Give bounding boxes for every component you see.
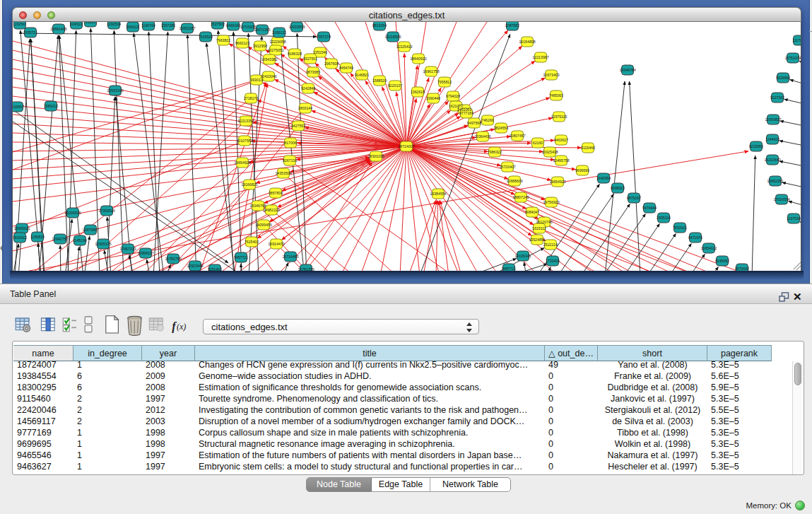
svg-text:85223: 85223 <box>86 22 96 24</box>
svg-text:19756923: 19756923 <box>543 200 559 204</box>
svg-text:12505135: 12505135 <box>95 242 111 246</box>
svg-text:19654923: 19654923 <box>549 180 565 184</box>
svg-text:13524851: 13524851 <box>529 238 545 242</box>
svg-text:9457721: 9457721 <box>234 255 248 259</box>
svg-text:10958107: 10958107 <box>137 251 153 255</box>
svg-text:12213967: 12213967 <box>532 55 548 59</box>
svg-text:14353594: 14353594 <box>275 171 291 175</box>
svg-text:14136141: 14136141 <box>514 254 531 258</box>
svg-text:15695001: 15695001 <box>13 226 30 230</box>
svg-text:20533346: 20533346 <box>107 88 123 93</box>
svg-text:9146821: 9146821 <box>355 73 369 77</box>
svg-text:13226058: 13226058 <box>269 40 286 44</box>
svg-text:10025438: 10025438 <box>541 150 558 154</box>
svg-text:15720407: 15720407 <box>499 165 515 169</box>
svg-text:14099459: 14099459 <box>255 223 271 227</box>
svg-text:17016504: 17016504 <box>773 197 789 201</box>
svg-text:9777169: 9777169 <box>459 111 473 115</box>
svg-text:1615112: 1615112 <box>532 226 546 230</box>
svg-text:1190704: 1190704 <box>141 23 155 28</box>
svg-text:3915912: 3915912 <box>13 235 27 240</box>
svg-text:1640954: 1640954 <box>596 176 611 180</box>
svg-text:8220137: 8220137 <box>388 83 402 88</box>
svg-text:10033809: 10033809 <box>288 25 305 29</box>
svg-text:10973403: 10973403 <box>543 73 559 77</box>
svg-text:7357274: 7357274 <box>317 35 331 39</box>
svg-text:7955812: 7955812 <box>437 80 452 84</box>
svg-text:993013: 993013 <box>250 78 262 82</box>
svg-text:18807249: 18807249 <box>512 195 529 199</box>
svg-text:2616657: 2616657 <box>13 105 24 109</box>
svg-text:9115460: 9115460 <box>581 146 595 150</box>
svg-text:8813054: 8813054 <box>372 23 387 28</box>
svg-text:13495758: 13495758 <box>553 158 569 163</box>
svg-text:1244415: 1244415 <box>765 137 779 141</box>
svg-text:15751074: 15751074 <box>784 56 801 60</box>
svg-text:9084047: 9084047 <box>525 210 539 214</box>
svg-text:8471676: 8471676 <box>688 235 702 240</box>
svg-text:10688609: 10688609 <box>506 179 522 183</box>
svg-text:19654925: 19654925 <box>234 160 250 165</box>
svg-text:8267130: 8267130 <box>283 158 297 163</box>
svg-text:10543382: 10543382 <box>261 57 277 62</box>
svg-text:1167534: 1167534 <box>787 216 801 221</box>
svg-text:9699695: 9699695 <box>575 168 589 173</box>
svg-text:746266: 746266 <box>481 118 493 122</box>
svg-text:9327501: 9327501 <box>303 57 317 61</box>
svg-text:16154808: 16154808 <box>519 40 535 44</box>
svg-text:6497568: 6497568 <box>467 121 481 125</box>
svg-text:12923448: 12923448 <box>187 264 203 268</box>
svg-text:9242848: 9242848 <box>301 86 315 90</box>
svg-text:1145194: 1145194 <box>73 238 87 243</box>
svg-text:9660123: 9660123 <box>235 41 249 45</box>
svg-text:(x): (x) <box>177 322 186 332</box>
svg-text:7625402: 7625402 <box>245 240 259 244</box>
svg-text:3873685: 3873685 <box>306 70 320 74</box>
svg-text:7515526: 7515526 <box>199 35 213 39</box>
svg-text:3912958: 3912958 <box>253 44 267 48</box>
svg-text:16210643: 16210643 <box>764 158 780 162</box>
svg-text:817006: 817006 <box>284 141 296 145</box>
svg-text:16120746: 16120746 <box>536 220 552 224</box>
svg-text:6879197: 6879197 <box>627 196 641 200</box>
svg-text:1527602: 1527602 <box>211 22 225 26</box>
svg-text:16671355: 16671355 <box>254 28 270 32</box>
svg-text:12093827: 12093827 <box>765 117 781 122</box>
svg-text:3857834: 3857834 <box>269 191 283 195</box>
svg-text:2935114: 2935114 <box>657 216 671 220</box>
svg-text:6794028: 6794028 <box>446 94 460 98</box>
svg-text:8970642: 8970642 <box>735 267 749 271</box>
svg-text:8454749: 8454749 <box>339 66 353 70</box>
svg-text:104522: 104522 <box>70 22 82 26</box>
svg-text:2718170: 2718170 <box>244 96 258 100</box>
svg-text:2522214: 2522214 <box>543 243 558 247</box>
svg-text:1117034: 1117034 <box>792 38 801 42</box>
svg-text:9427552: 9427552 <box>291 124 305 128</box>
svg-text:1557286: 1557286 <box>161 23 175 28</box>
svg-text:1588520: 1588520 <box>372 78 387 83</box>
svg-text:19166825: 19166825 <box>241 182 257 187</box>
svg-text:10975867: 10975867 <box>82 228 98 232</box>
svg-text:1362615: 1362615 <box>411 90 425 94</box>
svg-text:9227342: 9227342 <box>770 95 784 100</box>
svg-text:20206526: 20206526 <box>64 211 81 215</box>
svg-text:12975115: 12975115 <box>551 115 567 119</box>
svg-text:13692351: 13692351 <box>767 179 783 183</box>
svg-text:18300295: 18300295 <box>367 154 384 158</box>
svg-text:12213352: 12213352 <box>237 119 254 123</box>
svg-text:18724007: 18724007 <box>398 144 414 148</box>
svg-text:954113: 954113 <box>127 25 139 29</box>
svg-text:8938923: 8938923 <box>611 186 625 190</box>
svg-text:11325419: 11325419 <box>396 45 413 49</box>
svg-text:7485063: 7485063 <box>549 93 563 98</box>
svg-text:8186328: 8186328 <box>288 52 302 56</box>
svg-text:17957223: 17957223 <box>119 247 136 251</box>
svg-text:17359924: 17359924 <box>98 209 114 213</box>
svg-text:2087682: 2087682 <box>505 23 519 28</box>
svg-text:16648784: 16648784 <box>619 68 635 72</box>
svg-text:16914479: 16914479 <box>268 242 284 246</box>
svg-text:1990448: 1990448 <box>426 96 440 100</box>
svg-text:2967608: 2967608 <box>324 62 339 66</box>
svg-text:1351546: 1351546 <box>313 50 327 54</box>
svg-text:8215955: 8215955 <box>749 144 763 148</box>
